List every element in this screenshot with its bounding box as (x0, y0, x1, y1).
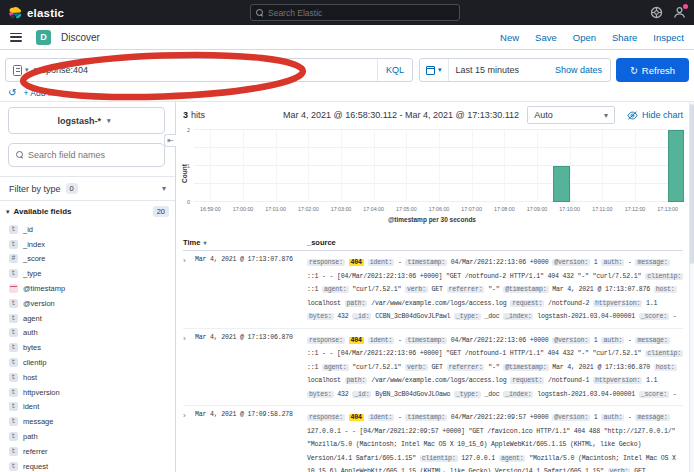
field-list: t_idt_index#_scoret_type@timestampt@vers… (6, 222, 171, 472)
calendar-button[interactable]: ▾ (420, 59, 449, 81)
refresh-button[interactable]: ↻ Refresh (616, 58, 689, 82)
saved-query-icon[interactable] (13, 65, 22, 76)
query-input[interactable] (34, 65, 377, 75)
add-filter-button[interactable]: + Add filter (23, 88, 63, 98)
query-language-button[interactable]: KQL (377, 59, 412, 81)
field-item-path[interactable]: tpath (6, 429, 171, 444)
show-dates-button[interactable]: Show dates (555, 65, 610, 75)
field-badge: verb: (405, 364, 428, 371)
field-item-agent[interactable]: tagent (6, 311, 171, 326)
field-item-httpversion[interactable]: thttpversion (6, 385, 171, 400)
field-value: /var/www/example.com/logs/access.log (371, 300, 506, 307)
filter-by-type-button[interactable]: Filter by type 0 ▾ (0, 176, 175, 201)
field-value: /notfound-1 (548, 377, 589, 384)
elastic-logo-icon (8, 6, 22, 20)
expand-row-icon[interactable]: › (183, 411, 195, 472)
field-name: httpversion (23, 388, 60, 397)
y-tick-label: 0 (187, 199, 190, 205)
help-icon[interactable] (650, 6, 663, 19)
field-item-_type[interactable]: t_type (6, 266, 171, 281)
index-pattern-select[interactable]: logstash-* ▾ (8, 107, 165, 134)
field-item-_index[interactable]: t_index (6, 237, 171, 252)
expand-row-icon[interactable]: › (183, 334, 195, 402)
global-search-box[interactable] (250, 4, 460, 21)
field-value: /notfound-2 (548, 300, 589, 307)
field-value: GET (432, 364, 443, 371)
time-range-label[interactable]: Last 15 minutes (456, 65, 520, 75)
field-badge: timestamp: (405, 337, 447, 344)
field-item-ident[interactable]: tident (6, 400, 171, 415)
hits-count: 3 (183, 110, 188, 120)
action-new[interactable]: New (500, 32, 519, 43)
field-badge: clientip: (420, 455, 458, 462)
chevron-down-icon[interactable]: ▾ (6, 208, 10, 216)
row-source: response: 404 ident: - timestamp: 04/Mar… (307, 411, 683, 472)
chevron-down-icon[interactable]: ▾ (25, 66, 29, 74)
y-tick-label: 2 (187, 127, 190, 133)
field-item-_score[interactable]: #_score (6, 252, 171, 267)
field-item-host[interactable]: thost (6, 370, 171, 385)
action-inspect[interactable]: Inspect (653, 32, 684, 43)
gridline (406, 130, 407, 202)
gridline (308, 130, 309, 202)
collapse-sidebar-icon[interactable]: ⇤ (164, 134, 176, 147)
field-item-clientip[interactable]: tclientip (6, 355, 171, 370)
field-item-bytes[interactable]: tbytes (6, 340, 171, 355)
field-value: - (398, 414, 402, 421)
field-value: 1.1 (646, 377, 657, 384)
action-open[interactable]: Open (573, 32, 596, 43)
field-item-@version[interactable]: t@version (6, 296, 171, 311)
field-badge: httpversion: (593, 377, 642, 384)
field-item-_id[interactable]: t_id (6, 222, 171, 237)
field-item-auth[interactable]: tauth (6, 326, 171, 341)
field-value: /var/www/example.com/logs/access.log (371, 377, 506, 384)
query-history-icon[interactable]: ↺ (8, 88, 16, 98)
action-share[interactable]: Share (612, 32, 637, 43)
field-value: 1 (594, 337, 598, 344)
string-field-icon: t (9, 328, 18, 337)
string-field-icon: t (9, 269, 18, 278)
global-search-input[interactable] (268, 8, 454, 18)
menu-icon[interactable] (10, 33, 22, 42)
scrollbar-thumb[interactable] (690, 104, 694, 264)
time-column-header[interactable]: Time ▾ (183, 238, 307, 247)
histogram-bar[interactable] (553, 166, 569, 202)
discover-app-icon[interactable]: D (36, 30, 51, 45)
field-value: - (398, 337, 402, 344)
x-tick-label: 17:04:00 (363, 206, 384, 212)
action-save[interactable]: Save (535, 32, 557, 43)
field-badge: httpversion: (593, 300, 642, 307)
histogram-bar[interactable] (668, 130, 684, 202)
field-value: localhost (307, 300, 341, 307)
user-avatar[interactable] (673, 6, 686, 19)
field-badge: _id: (352, 391, 371, 398)
field-value: logstash-2021.03.04-000001 (537, 391, 635, 398)
field-item-request[interactable]: trequest (6, 459, 171, 472)
highlighted-value: 404 (349, 337, 364, 344)
results-header: 3 hits Mar 4, 2021 @ 16:58:30.112 - Mar … (183, 106, 683, 124)
app-header: D Discover NewSaveOpenShareInspect (0, 25, 694, 50)
x-tick-label: 17:00:00 (233, 206, 254, 212)
field-badge: verb: (405, 286, 428, 293)
field-value: 1 (594, 259, 598, 266)
field-value: logstash-2021.03.04-000001 (537, 313, 635, 320)
hide-chart-button[interactable]: Hide chart (627, 110, 683, 120)
string-field-icon: t (9, 299, 18, 308)
field-name: path (23, 432, 38, 441)
field-item-@timestamp[interactable]: @timestamp (6, 281, 171, 296)
field-value: 432 (337, 313, 348, 320)
field-search-box[interactable] (8, 143, 165, 167)
interval-select[interactable]: Auto ▾ (527, 106, 615, 124)
x-tick-label: 17:03:00 (331, 206, 352, 212)
chart-plot-area: 01216:59:0017:00:0017:01:0017:02:0017:03… (194, 130, 684, 202)
field-name: referrer (23, 447, 48, 456)
field-value: 127.0.0.1 (461, 455, 495, 462)
string-field-icon: t (9, 388, 18, 397)
field-item-message[interactable]: tmessage (6, 414, 171, 429)
field-badge: referrer: (447, 364, 485, 371)
field-value: "curl/7.52.1" (352, 286, 401, 293)
field-search-input[interactable] (28, 150, 157, 160)
expand-row-icon[interactable]: › (183, 256, 195, 324)
field-name: @timestamp (23, 284, 65, 293)
field-item-referrer[interactable]: treferrer (6, 444, 171, 459)
